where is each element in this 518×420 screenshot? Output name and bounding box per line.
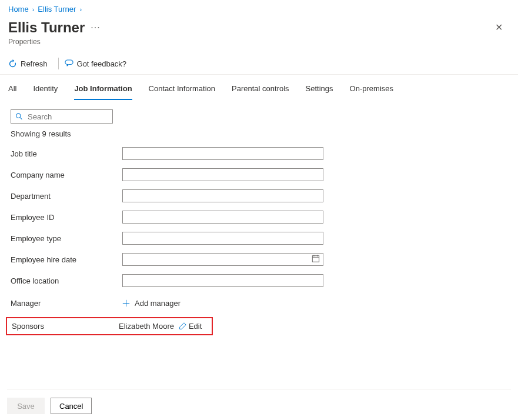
refresh-icon [8, 59, 17, 68]
plus-icon [122, 299, 130, 307]
employee-hire-date-label: Employee hire date [11, 255, 122, 264]
job-title-label: Job title [11, 149, 122, 158]
content-area: Showing 9 results Job title Company name… [0, 100, 518, 335]
employee-type-input[interactable] [122, 232, 323, 245]
job-title-input[interactable] [122, 147, 323, 160]
more-actions-icon[interactable]: ··· [91, 22, 100, 33]
department-label: Department [11, 192, 122, 201]
employee-id-input[interactable] [122, 211, 323, 224]
feedback-button[interactable]: Got feedback? [65, 59, 127, 68]
close-icon[interactable]: ✕ [488, 17, 510, 38]
sponsor-value: Elizabeth Moore [119, 322, 174, 331]
company-name-label: Company name [11, 171, 122, 179]
feedback-icon [65, 59, 73, 68]
tab-settings[interactable]: Settings [306, 79, 333, 100]
sponsors-label: Sponsors [12, 322, 119, 331]
page-subtitle: Properties [0, 38, 518, 53]
tab-contact-information[interactable]: Contact Information [149, 79, 215, 100]
search-icon [15, 113, 23, 121]
save-button[interactable]: Save [7, 398, 45, 414]
tab-identity[interactable]: Identity [33, 79, 58, 100]
office-location-label: Office location [11, 276, 122, 285]
chevron-right-icon: › [79, 6, 82, 13]
manager-label: Manager [11, 299, 122, 308]
company-name-input[interactable] [122, 168, 323, 181]
page-title: Ellis Turner [8, 19, 85, 36]
employee-id-label: Employee ID [11, 213, 122, 222]
edit-label: Edit [189, 322, 202, 331]
tab-job-information[interactable]: Job Information [74, 79, 132, 100]
add-manager-label: Add manager [135, 299, 181, 308]
feedback-label: Got feedback? [77, 59, 127, 68]
results-count: Showing 9 results [11, 129, 507, 138]
employee-type-label: Employee type [11, 234, 122, 243]
breadcrumb: Home › Ellis Turner › [0, 0, 518, 16]
pencil-icon [179, 322, 186, 330]
tab-all[interactable]: All [8, 79, 16, 100]
breadcrumb-user[interactable]: Ellis Turner [38, 5, 76, 14]
sponsors-row-highlight: Sponsors Elizabeth Moore Edit [6, 317, 213, 335]
footer-actions: Save Cancel [7, 389, 511, 414]
department-input[interactable] [122, 189, 323, 202]
refresh-button[interactable]: Refresh [8, 59, 48, 68]
page-header: Ellis Turner ··· ✕ [0, 16, 518, 38]
search-input[interactable] [11, 109, 113, 124]
toolbar-separator [58, 58, 59, 69]
tab-parental-controls[interactable]: Parental controls [232, 79, 289, 100]
tab-on-premises[interactable]: On-premises [350, 79, 393, 100]
employee-hire-date-input[interactable] [122, 253, 323, 266]
tabs: All Identity Job Information Contact Inf… [0, 75, 518, 100]
chevron-right-icon: › [32, 6, 35, 13]
add-manager-button[interactable]: Add manager [122, 299, 181, 308]
svg-line-1 [20, 118, 22, 119]
refresh-label: Refresh [21, 59, 48, 68]
breadcrumb-home[interactable]: Home [8, 5, 29, 14]
cancel-button[interactable]: Cancel [51, 398, 92, 414]
svg-point-0 [16, 114, 21, 118]
edit-sponsors-button[interactable]: Edit [179, 322, 202, 331]
search-wrap [11, 109, 113, 124]
office-location-input[interactable] [122, 274, 323, 287]
toolbar: Refresh Got feedback? [0, 53, 518, 75]
